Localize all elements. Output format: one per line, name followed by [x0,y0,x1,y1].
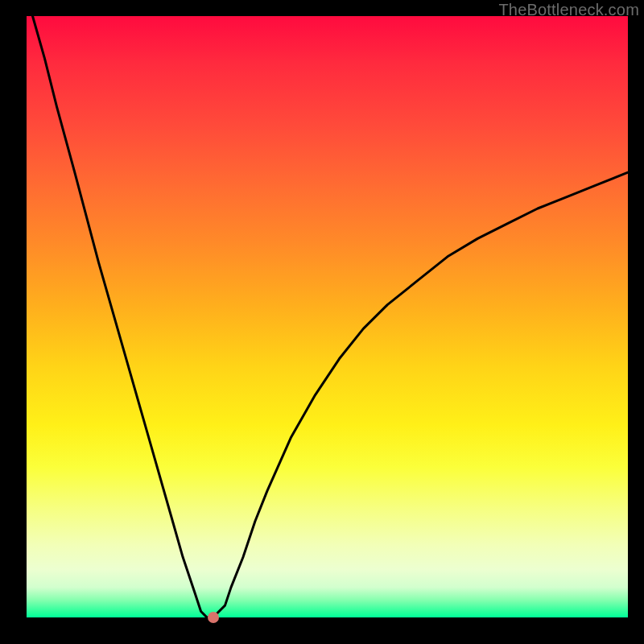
watermark-text: TheBottleneck.com [498,1,639,19]
plot-area [27,16,628,617]
curve-svg [27,16,628,617]
optimum-marker [208,612,219,623]
bottleneck-curve [33,16,629,617]
chart-frame: TheBottleneck.com [0,0,644,644]
